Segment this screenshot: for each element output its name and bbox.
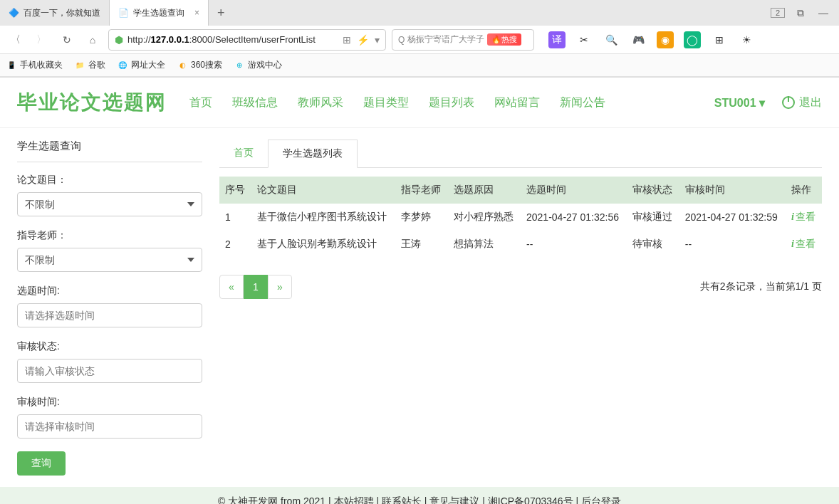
url-text: http://127.0.0.1:8000/SelectItem/userFro… bbox=[127, 34, 316, 45]
teacher-label: 指导老师： bbox=[17, 229, 202, 242]
logout-button[interactable]: 退出 bbox=[782, 95, 822, 110]
settings-icon[interactable]: ☀ bbox=[738, 31, 755, 48]
chevron-down-icon: ▾ bbox=[759, 97, 765, 109]
chevron-down-icon[interactable]: ▾ bbox=[375, 34, 380, 46]
browser-tab[interactable]: 🔷 百度一下，你就知道 bbox=[0, 0, 110, 26]
tabs-row: 🔷 百度一下，你就知道 📄 学生选题查询 × + 2 ⧉ — bbox=[0, 0, 839, 26]
page-header: 毕业论文选题网 首页 班级信息 教师风采 题目类型 题目列表 网站留言 新闻公告… bbox=[0, 78, 839, 128]
table-row: 1 基于微信小程序图书系统设计 李梦婷 对小程序熟悉 2021-04-27 01… bbox=[219, 204, 822, 231]
close-icon[interactable]: × bbox=[194, 8, 199, 18]
footer: © 大神开发网 from 2021 | 本站招聘 | 联系站长 | 意见与建议 … bbox=[0, 487, 839, 504]
audit-status-input[interactable] bbox=[17, 359, 202, 383]
footer-text[interactable]: © 大神开发网 from 2021 | 本站招聘 | 联系站长 | 意见与建议 … bbox=[218, 495, 621, 504]
search-button[interactable]: 查询 bbox=[17, 451, 66, 476]
search-box[interactable]: Q 杨振宁寄语广大学子 🔥热搜 bbox=[392, 29, 534, 51]
nav-class[interactable]: 班级信息 bbox=[232, 95, 278, 110]
bookmark-item[interactable]: ⊕游戏中心 bbox=[234, 59, 282, 71]
th-teacher: 指导老师 bbox=[395, 177, 448, 204]
breadcrumb-home[interactable]: 首页 bbox=[219, 140, 268, 167]
th-select-time: 选题时间 bbox=[521, 177, 627, 204]
nav-message[interactable]: 网站留言 bbox=[494, 95, 540, 110]
cell-audit-time: -- bbox=[679, 231, 786, 258]
nav-list[interactable]: 题目列表 bbox=[429, 95, 474, 110]
th-title: 论文题目 bbox=[251, 177, 395, 204]
th-status: 审核状态 bbox=[627, 177, 679, 204]
tab-title: 学生选题查询 bbox=[133, 7, 184, 19]
cell-teacher: 李梦婷 bbox=[395, 204, 448, 231]
search-icon: Q bbox=[398, 35, 405, 45]
cell-no: 2 bbox=[219, 231, 251, 258]
audit-status-label: 审核状态: bbox=[17, 340, 202, 353]
th-no: 序号 bbox=[219, 177, 251, 204]
tab-title: 百度一下，你就知道 bbox=[24, 7, 100, 19]
view-link[interactable]: i 查看 bbox=[791, 238, 815, 251]
cell-status: 审核通过 bbox=[627, 204, 679, 231]
lightning-icon[interactable]: ⚡ bbox=[357, 34, 369, 46]
search-tool-icon[interactable]: 🔍 bbox=[603, 31, 620, 48]
th-audit-time: 审核时间 bbox=[679, 177, 786, 204]
select-time-label: 选题时间: bbox=[17, 285, 202, 298]
chat-icon[interactable]: ◯ bbox=[684, 31, 701, 48]
minimize-icon[interactable]: — bbox=[816, 7, 830, 19]
audit-time-label: 审核时间: bbox=[17, 396, 202, 409]
main-area: 首页 学生选题列表 序号 论文题目 指导老师 选题原因 选题时间 审核状态 审核… bbox=[219, 140, 822, 476]
topic-label: 论文题目： bbox=[17, 174, 202, 187]
cell-title: 基于微信小程序图书系统设计 bbox=[251, 204, 395, 231]
search-placeholder: 杨振宁寄语广大学子 bbox=[407, 33, 484, 46]
bookmark-item[interactable]: ◐360搜索 bbox=[177, 59, 222, 71]
teacher-select[interactable]: 不限制 bbox=[17, 248, 202, 272]
view-link[interactable]: i 查看 bbox=[791, 211, 815, 224]
qr-icon[interactable]: ⊞ bbox=[343, 34, 351, 46]
page-next[interactable]: » bbox=[268, 275, 292, 299]
translate-icon[interactable]: 译 bbox=[548, 31, 566, 48]
main-nav: 首页 班级信息 教师风采 题目类型 题目列表 网站留言 新闻公告 bbox=[189, 95, 605, 110]
bookmark-item[interactable]: 📱手机收藏夹 bbox=[6, 59, 63, 71]
table-header-row: 序号 论文题目 指导老师 选题原因 选题时间 审核状态 审核时间 操作 bbox=[219, 177, 822, 204]
grid-icon[interactable]: ⊞ bbox=[711, 31, 728, 48]
select-time-input[interactable] bbox=[17, 303, 202, 327]
page-info: 共有2条记录，当前第1/1 页 bbox=[700, 280, 822, 293]
window-count[interactable]: 2 bbox=[771, 8, 785, 18]
cell-teacher: 王涛 bbox=[395, 231, 448, 258]
coin-icon[interactable]: ◉ bbox=[657, 31, 674, 48]
page-prev[interactable]: « bbox=[219, 275, 244, 299]
url-bar[interactable]: ⬢ http://127.0.0.1:8000/SelectItem/userF… bbox=[108, 29, 386, 51]
breadcrumb-current[interactable]: 学生选题列表 bbox=[268, 140, 358, 168]
nav-news[interactable]: 新闻公告 bbox=[560, 95, 605, 110]
sidebar-title: 学生选题查询 bbox=[17, 140, 202, 162]
pagination: « 1 » bbox=[219, 275, 292, 299]
game-icon[interactable]: 🎮 bbox=[630, 31, 647, 48]
bookmarks-row: 📱手机收藏夹 📁谷歌 🌐网址大全 ◐360搜索 ⊕游戏中心 bbox=[0, 54, 839, 77]
browser-chrome: 🔷 百度一下，你就知道 📄 学生选题查询 × + 2 ⧉ — 〈 〉 ↻ ⌂ ⬢… bbox=[0, 0, 839, 78]
bookmark-item[interactable]: 📁谷歌 bbox=[74, 59, 105, 71]
toolbar-icons: 译 ✂ 🔍 🎮 ◉ ◯ ⊞ ☀ bbox=[548, 31, 755, 48]
back-button[interactable]: 〈 bbox=[6, 30, 26, 50]
audit-time-input[interactable] bbox=[17, 414, 202, 439]
cell-select-time: 2021-04-27 01:32:56 bbox=[521, 204, 627, 231]
topic-select[interactable]: 不限制 bbox=[17, 192, 202, 216]
bookmark-item[interactable]: 🌐网址大全 bbox=[117, 59, 165, 71]
content-wrap: 学生选题查询 论文题目： 不限制 指导老师： 不限制 选题时间: 审核状态: 审… bbox=[0, 128, 839, 487]
page-number[interactable]: 1 bbox=[244, 275, 268, 299]
nav-home[interactable]: 首页 bbox=[189, 95, 212, 110]
table-row: 2 基于人脸识别考勤系统设计 王涛 想搞算法 -- 待审核 -- i 查看 bbox=[219, 231, 822, 258]
breadcrumb-tabs: 首页 学生选题列表 bbox=[219, 140, 822, 168]
window-restore-icon[interactable]: ⧉ bbox=[793, 7, 808, 19]
browser-tab-active[interactable]: 📄 学生选题查询 × bbox=[110, 0, 209, 26]
home-button[interactable]: ⌂ bbox=[83, 30, 103, 50]
shield-icon: ⬢ bbox=[115, 34, 123, 46]
power-icon bbox=[782, 96, 795, 109]
pagination-row: « 1 » 共有2条记录，当前第1/1 页 bbox=[219, 275, 822, 299]
nav-type[interactable]: 题目类型 bbox=[363, 95, 409, 110]
cell-no: 1 bbox=[219, 204, 251, 231]
reload-button[interactable]: ↻ bbox=[57, 30, 77, 50]
user-dropdown[interactable]: STU001 ▾ bbox=[714, 96, 765, 110]
scissors-icon[interactable]: ✂ bbox=[575, 31, 593, 48]
sidebar: 学生选题查询 论文题目： 不限制 指导老师： 不限制 选题时间: 审核状态: 审… bbox=[17, 140, 202, 476]
cell-reason: 对小程序熟悉 bbox=[448, 204, 521, 231]
forward-button[interactable]: 〉 bbox=[31, 30, 51, 50]
nav-teacher[interactable]: 教师风采 bbox=[298, 95, 343, 110]
tab-favicon: 📄 bbox=[118, 8, 129, 18]
add-tab-button[interactable]: + bbox=[209, 6, 234, 21]
logo[interactable]: 毕业论文选题网 bbox=[17, 89, 167, 116]
